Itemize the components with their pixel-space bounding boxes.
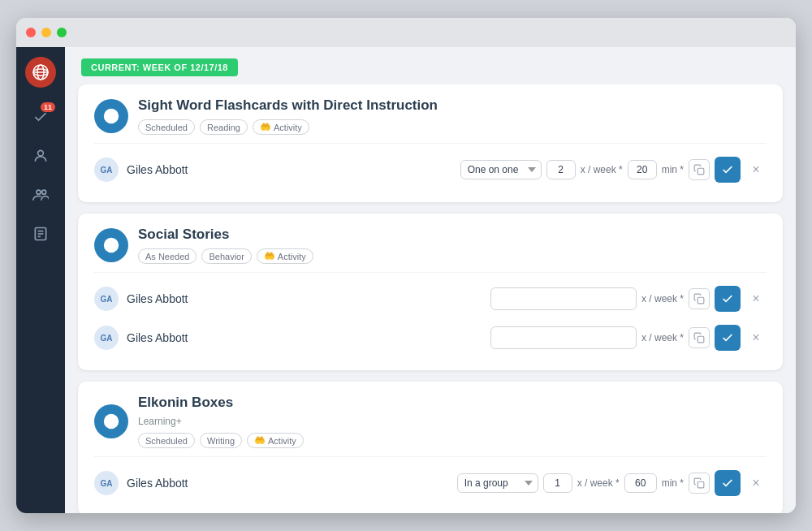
confirm-button-2[interactable] bbox=[715, 325, 741, 351]
tasks-badge: 11 bbox=[41, 102, 55, 112]
svg-rect-14 bbox=[698, 297, 704, 304]
card-elkonin: Elkonin Boxes Learning+ Scheduled Writin… bbox=[78, 382, 783, 513]
svg-rect-17 bbox=[698, 481, 704, 488]
copy-button-2[interactable] bbox=[689, 327, 710, 348]
copy-button[interactable] bbox=[689, 159, 710, 180]
controls: One on one In a group x / week * min * bbox=[460, 157, 767, 183]
main-content: CURRENT: WEEK OF 12/17/18 Sight Word F bbox=[65, 47, 796, 513]
card-title-area: Social Stories As Needed Behavior 🤲 Acti… bbox=[138, 227, 313, 264]
controls: x / week * × bbox=[490, 286, 767, 312]
student-row-1: GA Giles Abbott In a group One on one x … bbox=[94, 464, 767, 503]
student-avatar: GA bbox=[94, 158, 119, 182]
student-name: Giles Abbott bbox=[127, 292, 482, 305]
student-avatar: GA bbox=[94, 471, 119, 495]
activity-icon: 🤲 bbox=[260, 122, 271, 132]
student-name: Giles Abbott bbox=[127, 331, 482, 344]
card-subtitle: Learning+ bbox=[138, 416, 304, 427]
week-badge: CURRENT: WEEK OF 12/17/18 bbox=[81, 58, 238, 76]
app-body: 11 bbox=[16, 47, 796, 513]
confirm-button[interactable] bbox=[715, 286, 741, 312]
duration-input[interactable] bbox=[628, 160, 657, 179]
card-title-area: Sight Word Flashcards with Direct Instru… bbox=[138, 97, 438, 135]
card-icon bbox=[94, 404, 128, 438]
tag-as-needed: As Needed bbox=[138, 248, 197, 264]
copy-button[interactable] bbox=[689, 288, 710, 309]
sidebar: 11 bbox=[16, 47, 65, 513]
tag-behavior: Behavior bbox=[201, 248, 251, 264]
sidebar-item-notes[interactable] bbox=[24, 218, 57, 250]
tag-activity: 🤲 Activity bbox=[257, 248, 313, 264]
svg-point-5 bbox=[37, 190, 41, 194]
freq-unit-label: x / week * bbox=[577, 477, 620, 489]
freq-unit-label: x / week * bbox=[581, 164, 623, 175]
student-row-1: GA Giles Abbott x / week * bbox=[94, 279, 767, 318]
card-title: Elkonin Boxes bbox=[138, 395, 304, 411]
remove-button[interactable]: × bbox=[745, 159, 767, 180]
remove-button-2[interactable]: × bbox=[745, 327, 767, 348]
duration-unit-label: min * bbox=[662, 164, 684, 175]
card-title: Sight Word Flashcards with Direct Instru… bbox=[138, 97, 438, 114]
copy-button[interactable] bbox=[689, 473, 710, 494]
student-name: Giles Abbott bbox=[127, 477, 449, 490]
scroll-area[interactable]: Sight Word Flashcards with Direct Instru… bbox=[65, 84, 796, 513]
tag-writing: Writing bbox=[200, 433, 242, 448]
divider bbox=[94, 143, 767, 144]
card-header: Sight Word Flashcards with Direct Instru… bbox=[94, 97, 767, 135]
app-window: 11 bbox=[16, 18, 796, 513]
freq-number-input[interactable] bbox=[546, 160, 576, 179]
sidebar-item-group[interactable] bbox=[24, 179, 57, 211]
svg-rect-15 bbox=[698, 336, 704, 343]
card-title-area: Elkonin Boxes Learning+ Scheduled Writin… bbox=[138, 395, 304, 448]
confirm-button[interactable] bbox=[715, 470, 741, 496]
student-avatar: GA bbox=[94, 287, 119, 311]
sidebar-item-tasks[interactable]: 11 bbox=[24, 101, 57, 133]
title-bar bbox=[16, 18, 796, 47]
activity-icon: 🤲 bbox=[254, 435, 266, 446]
remove-button[interactable]: × bbox=[745, 473, 767, 494]
grouping-select[interactable]: In a group One on one bbox=[457, 473, 538, 493]
svg-rect-12 bbox=[698, 168, 704, 175]
divider bbox=[94, 272, 767, 273]
card-tags: As Needed Behavior 🤲 Activity bbox=[138, 248, 313, 264]
card-icon bbox=[94, 228, 128, 262]
freq-unit-label: x / week * bbox=[641, 332, 684, 343]
tag-reading: Reading bbox=[200, 119, 248, 135]
sidebar-item-students[interactable] bbox=[24, 140, 57, 172]
card-tags: Scheduled Reading 🤲 Activity bbox=[138, 119, 438, 135]
tag-activity: 🤲 Activity bbox=[247, 433, 304, 448]
minimize-button[interactable] bbox=[41, 28, 51, 37]
app-logo[interactable] bbox=[25, 57, 56, 88]
grouping-select[interactable]: One on one In a group bbox=[460, 160, 542, 179]
card-social-stories: Social Stories As Needed Behavior 🤲 Acti… bbox=[78, 214, 783, 370]
freq-empty-input-2[interactable] bbox=[490, 326, 637, 349]
divider bbox=[94, 456, 767, 457]
tag-scheduled: Scheduled bbox=[138, 119, 195, 135]
close-button[interactable] bbox=[26, 28, 36, 37]
student-name: Giles Abbott bbox=[127, 163, 452, 176]
student-row-1: GA Giles Abbott One on one In a group x … bbox=[94, 150, 767, 189]
week-bar: CURRENT: WEEK OF 12/17/18 bbox=[65, 47, 796, 84]
confirm-button[interactable] bbox=[715, 157, 741, 183]
maximize-button[interactable] bbox=[57, 28, 67, 37]
freq-empty-input[interactable] bbox=[490, 287, 637, 310]
duration-unit-label: min * bbox=[662, 477, 684, 489]
freq-number-input[interactable] bbox=[543, 473, 572, 493]
card-tags: Scheduled Writing 🤲 Activity bbox=[138, 433, 304, 448]
student-row-2: GA Giles Abbott x / week * bbox=[94, 318, 767, 357]
duration-input[interactable] bbox=[624, 473, 657, 493]
activity-icon: 🤲 bbox=[264, 251, 275, 261]
card-sight-word: Sight Word Flashcards with Direct Instru… bbox=[78, 84, 783, 202]
svg-point-4 bbox=[38, 150, 44, 156]
card-header: Elkonin Boxes Learning+ Scheduled Writin… bbox=[94, 395, 767, 448]
student-avatar: GA bbox=[94, 326, 119, 350]
card-header: Social Stories As Needed Behavior 🤲 Acti… bbox=[94, 227, 767, 264]
controls: x / week * × bbox=[490, 325, 767, 351]
card-icon bbox=[94, 99, 128, 133]
tag-scheduled: Scheduled bbox=[138, 433, 195, 448]
card-title: Social Stories bbox=[138, 227, 313, 243]
freq-unit-label: x / week * bbox=[641, 293, 684, 304]
remove-button[interactable]: × bbox=[745, 288, 767, 309]
tag-activity: 🤲 Activity bbox=[253, 119, 309, 135]
svg-point-6 bbox=[42, 190, 46, 194]
controls: In a group One on one x / week * min * bbox=[457, 470, 767, 496]
